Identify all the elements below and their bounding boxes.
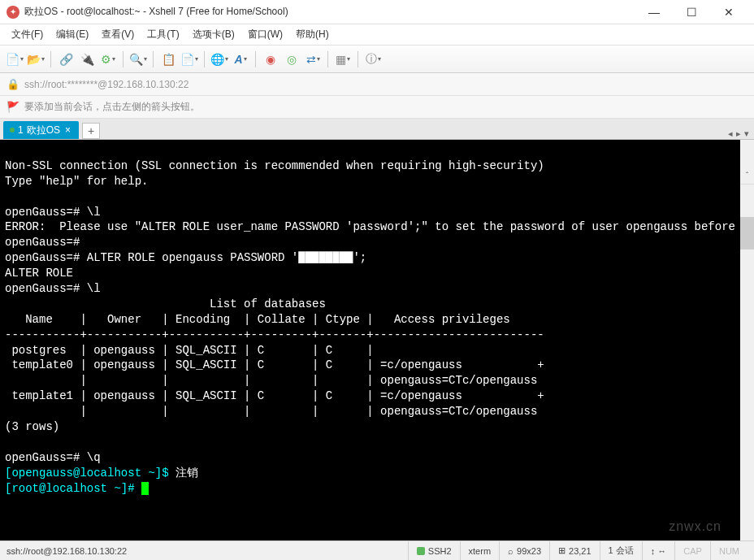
window-title: 欧拉OS - root@localhost:~ - Xshell 7 (Free… bbox=[24, 5, 635, 19]
terminal-line: List of databases bbox=[5, 297, 326, 310]
terminal[interactable]: Non-SSL connection (SSL connection is re… bbox=[0, 140, 754, 540]
terminal-line: postgres | opengauss | SQL_ASCII | C | C… bbox=[5, 344, 374, 357]
menu-bar: 文件(F) 编辑(E) 查看(V) 工具(T) 选项卡(B) 窗口(W) 帮助(… bbox=[0, 24, 754, 46]
terminal-line: template0 | opengauss | SQL_ASCII | C | … bbox=[5, 358, 544, 371]
status-num: NUM bbox=[710, 541, 748, 560]
terminal-line: | | | | | opengauss=CTc/opengauss bbox=[5, 405, 537, 418]
watermark: znwx.cn bbox=[669, 518, 722, 536]
status-term: xterm bbox=[460, 541, 500, 560]
transfer-button[interactable]: ⇄▾ bbox=[303, 50, 323, 69]
tab-nav-right-icon[interactable]: ▸ bbox=[736, 128, 741, 139]
separator bbox=[327, 51, 328, 67]
menu-window[interactable]: 窗口(W) bbox=[241, 25, 289, 44]
font-button[interactable]: A▾ bbox=[231, 50, 250, 69]
separator bbox=[255, 51, 256, 67]
terminal-line: openGauss=# ALTER ROLE opengauss PASSWOR… bbox=[5, 251, 366, 264]
title-bar: ✦ 欧拉OS - root@localhost:~ - Xshell 7 (Fr… bbox=[0, 0, 754, 24]
new-session-button[interactable]: 📄▾ bbox=[5, 50, 24, 69]
open-button[interactable]: 📂▾ bbox=[26, 50, 46, 69]
status-sessions: 1 会话 bbox=[600, 541, 642, 560]
prompt-root: [root@localhost ~]# bbox=[5, 482, 141, 495]
tab-nav-left-icon[interactable]: ◂ bbox=[728, 128, 733, 139]
app-icon: ✦ bbox=[6, 6, 20, 19]
lock-icon: 🔒 bbox=[6, 78, 20, 90]
tab-dropdown-icon[interactable]: ▾ bbox=[744, 128, 749, 139]
tabs-bar: 1 欧拉OS × + ◂ ▸ ▾ bbox=[0, 119, 754, 140]
terminal-line: openGauss=# \q bbox=[5, 451, 101, 464]
status-proto: SSH2 bbox=[408, 541, 460, 560]
layout-button[interactable]: ▦▾ bbox=[333, 50, 353, 69]
close-button[interactable]: ✕ bbox=[710, 0, 748, 24]
terminal-line: Non-SSL connection (SSL connection is re… bbox=[5, 159, 544, 172]
scrollbar[interactable]: ˆ bbox=[740, 140, 754, 540]
menu-edit[interactable]: 编辑(E) bbox=[50, 25, 95, 44]
separator bbox=[123, 51, 124, 67]
terminal-line: openGauss=# \l bbox=[5, 282, 101, 295]
terminal-line: openGauss=# \l bbox=[5, 206, 101, 219]
prompt-user: [opengauss@localhost ~]$ bbox=[5, 467, 176, 480]
scroll-thumb[interactable] bbox=[740, 217, 754, 250]
session-tab[interactable]: 1 欧拉OS × bbox=[3, 121, 79, 139]
minimize-button[interactable]: — bbox=[635, 0, 673, 24]
tip-text: 要添加当前会话，点击左侧的箭头按钮。 bbox=[24, 100, 200, 114]
terminal-line: | | | | | opengauss=CTc/opengauss bbox=[5, 374, 537, 387]
tab-index: 1 bbox=[18, 124, 24, 136]
disconnect-button[interactable]: 🔌 bbox=[77, 50, 97, 69]
status-pos: ⊞ 23,21 bbox=[549, 541, 600, 560]
separator bbox=[358, 51, 358, 67]
menu-view[interactable]: 查看(V) bbox=[95, 25, 141, 44]
badge-icon bbox=[417, 547, 425, 555]
reconnect-button[interactable]: 🔗 bbox=[56, 50, 76, 69]
separator bbox=[50, 51, 51, 67]
properties-button[interactable]: ⚙▾ bbox=[98, 50, 118, 69]
tip-bar: 🚩 要添加当前会话，点击左侧的箭头按钮。 bbox=[0, 96, 754, 119]
menu-file[interactable]: 文件(F) bbox=[5, 25, 50, 44]
prompt-user-cmd: 注销 bbox=[176, 467, 198, 480]
address-text[interactable]: ssh://root:********@192.168.10.130:22 bbox=[24, 79, 188, 90]
maximize-button[interactable]: ☐ bbox=[673, 0, 710, 24]
tab-name: 欧拉OS bbox=[27, 124, 60, 137]
terminal-line: Type "help" for help. bbox=[5, 175, 148, 188]
info-button[interactable]: ⓘ▾ bbox=[363, 50, 383, 69]
separator bbox=[153, 51, 154, 67]
tab-close-icon[interactable]: × bbox=[63, 124, 72, 136]
connected-dot-icon bbox=[10, 128, 15, 132]
paste-button[interactable]: 📄▾ bbox=[180, 50, 199, 69]
status-bar: ssh://root@192.168.10.130:22 SSH2 xterm … bbox=[0, 540, 754, 560]
xshell-button[interactable]: ◉ bbox=[261, 50, 280, 69]
status-arrows[interactable]: ↕ ↔ bbox=[642, 541, 675, 560]
cursor bbox=[141, 482, 149, 495]
terminal-line: -----------+-----------+-----------+----… bbox=[5, 328, 544, 341]
address-bar: 🔒 ssh://root:********@192.168.10.130:22 bbox=[0, 73, 754, 96]
flag-icon: 🚩 bbox=[6, 101, 20, 113]
terminal-line: openGauss=# bbox=[5, 236, 80, 249]
scroll-up-icon[interactable]: ˆ bbox=[740, 171, 754, 184]
menu-tools[interactable]: 工具(T) bbox=[141, 25, 185, 44]
status-cap: CAP bbox=[674, 541, 710, 560]
globe-button[interactable]: 🌐▾ bbox=[210, 50, 229, 69]
separator bbox=[204, 51, 205, 67]
menu-help[interactable]: 帮助(H) bbox=[289, 25, 336, 44]
add-tab-button[interactable]: + bbox=[82, 123, 100, 139]
xftp-button[interactable]: ◎ bbox=[282, 50, 301, 69]
status-size: ⌕ 99x23 bbox=[499, 541, 549, 560]
terminal-line: Name | Owner | Encoding | Collate | Ctyp… bbox=[5, 313, 510, 326]
terminal-line: ERROR: Please use "ALTER ROLE user_name … bbox=[5, 220, 754, 233]
find-button[interactable]: 🔍▾ bbox=[128, 50, 148, 69]
terminal-line: template1 | opengauss | SQL_ASCII | C | … bbox=[5, 389, 544, 402]
terminal-line: (3 rows) bbox=[5, 420, 59, 433]
menu-tabs[interactable]: 选项卡(B) bbox=[186, 25, 241, 44]
status-connection: ssh://root@192.168.10.130:22 bbox=[6, 546, 408, 556]
terminal-line: ALTER ROLE bbox=[5, 267, 73, 280]
toolbar: 📄▾ 📂▾ 🔗 🔌 ⚙▾ 🔍▾ 📋 📄▾ 🌐▾ A▾ ◉ ◎ ⇄▾ ▦▾ ⓘ▾ bbox=[0, 46, 754, 73]
copy-button[interactable]: 📋 bbox=[158, 50, 178, 69]
